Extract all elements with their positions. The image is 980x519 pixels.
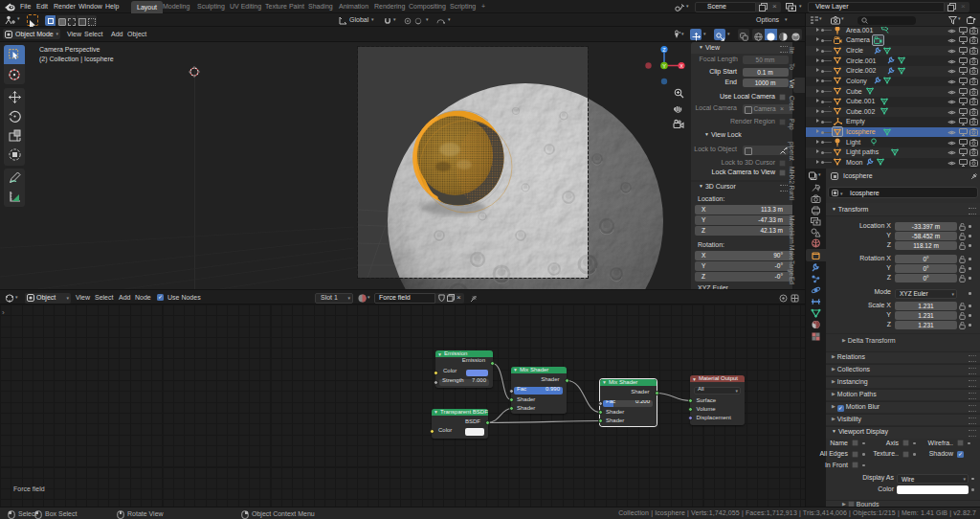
svg-text:X: X — [679, 63, 683, 69]
svg-text:Y: Y — [662, 63, 666, 69]
